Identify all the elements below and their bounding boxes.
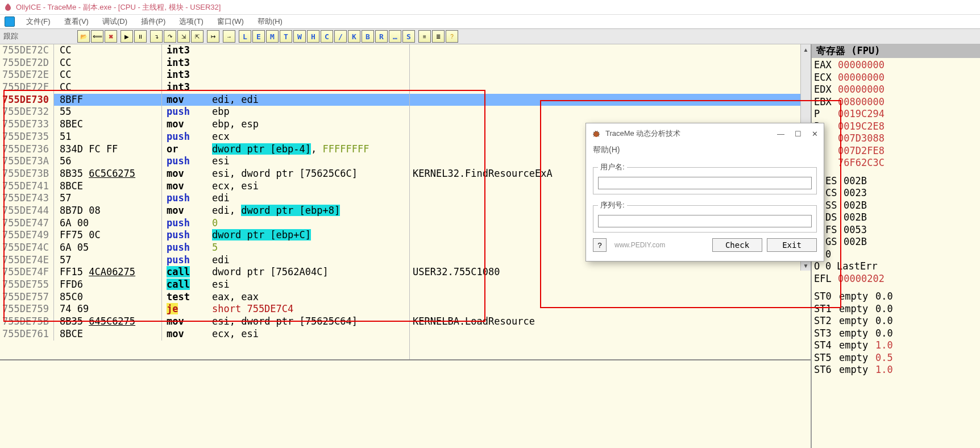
disasm-row[interactable]: 755DE7308BFFmovedi, edi	[0, 94, 811, 106]
restore-icon[interactable]	[5, 16, 15, 27]
tb-letter-/[interactable]: /	[334, 30, 347, 43]
run-button[interactable]: ▶	[121, 30, 133, 43]
maximize-icon[interactable]: ☐	[795, 130, 802, 138]
flag-row[interactable]: D0	[814, 248, 978, 261]
disasm-row[interactable]: 755DE75B8B35 645C6275movesi, dword ptr […	[0, 316, 811, 328]
dialog-titlebar[interactable]: TraceMe 动态分析技术 — ☐ ✕	[586, 123, 824, 144]
exec-till-return-button[interactable]: ↦	[207, 30, 219, 43]
register-row[interactable]: P0019C2E8	[814, 121, 978, 133]
segment-row[interactable]: 0DS002B	[814, 211, 978, 224]
settings1-button[interactable]: ≡	[418, 30, 431, 43]
tb-letter-S[interactable]: S	[402, 30, 415, 43]
fpu-row[interactable]: ST6empty1.0	[814, 364, 978, 376]
step-into-button[interactable]: ↴	[150, 30, 163, 43]
menu-help[interactable]: 帮助(H)	[252, 15, 288, 28]
menu-options[interactable]: 选项(T)	[173, 15, 209, 28]
disasm-row[interactable]: 755DE72CCCint3	[0, 44, 811, 57]
register-row[interactable]: EBX00800000	[814, 96, 978, 109]
register-row[interactable]: P0019C294	[814, 108, 978, 121]
comment-cell	[408, 106, 811, 118]
open-button[interactable]: 📂	[77, 30, 90, 43]
register-row[interactable]: EDX00000000	[814, 84, 978, 96]
bytes-cell: 6A 05	[54, 242, 162, 254]
menu-view[interactable]: 查看(V)	[59, 15, 94, 28]
bytes-cell: 51	[54, 131, 162, 143]
mnemonic-cell: mov	[162, 205, 212, 217]
operands-cell: ecx, esi	[212, 180, 408, 193]
register-row[interactable]: P76F62C3C	[814, 157, 978, 169]
disasm-row[interactable]: 755DE72ECCint3	[0, 69, 811, 81]
exit-button[interactable]: Exit	[767, 238, 817, 252]
addr-cell: 755DE744	[0, 205, 54, 217]
fpu-row[interactable]: ST4empty1.0	[814, 339, 978, 352]
tb-letter-…[interactable]: …	[389, 30, 401, 43]
menu-window[interactable]: 窗口(W)	[211, 15, 250, 28]
register-row[interactable]: ECX00000000	[814, 72, 978, 84]
tb-letter-R[interactable]: R	[375, 30, 388, 43]
dump-pane[interactable]	[0, 359, 811, 448]
scroll-down-icon[interactable]: ▼	[801, 260, 811, 271]
fpu-row[interactable]: ST3empty0.0	[814, 327, 978, 340]
segment-row[interactable]: 0ES002B	[814, 175, 978, 188]
tb-letter-K[interactable]: K	[348, 30, 360, 43]
tb-letter-E[interactable]: E	[252, 30, 265, 43]
scroll-up-icon[interactable]: ▲	[801, 44, 811, 55]
close-button[interactable]: ✖	[105, 30, 117, 43]
operands-cell: 5	[212, 242, 408, 254]
fpu-row[interactable]: ST0empty0.0	[814, 291, 978, 303]
mnemonic-cell: call	[162, 279, 212, 291]
disasm-row[interactable]: 755DE72FCCint3	[0, 81, 811, 94]
operands-cell: ebp	[212, 106, 408, 118]
segment-row[interactable]: 0FS0053	[814, 224, 978, 237]
pediy-link[interactable]: www.PEDIY.com	[614, 241, 665, 249]
help-button[interactable]: ?	[446, 30, 458, 43]
username-input[interactable]	[598, 177, 812, 189]
step-over-button[interactable]: ↷	[164, 30, 176, 43]
disasm-row[interactable]: 755DE72DCCint3	[0, 57, 811, 69]
tb-letter-M[interactable]: M	[266, 30, 279, 43]
fpu-row[interactable]: ST2empty0.0	[814, 315, 978, 327]
flag-row[interactable]: O0LastErr	[814, 260, 978, 273]
disasm-row[interactable]: 755DE755FFD6callesi	[0, 279, 811, 291]
goto-button[interactable]: →	[223, 30, 235, 43]
menu-file[interactable]: 文件(F)	[20, 15, 56, 28]
minimize-icon[interactable]: —	[777, 130, 784, 138]
tb-letter-B[interactable]: B	[362, 30, 374, 43]
disasm-row[interactable]: 755DE75974 69jeshort 755DE7C4	[0, 303, 811, 316]
registers-pane[interactable]: 寄存器 (FPU) EAX00000000ECX00000000EDX00000…	[812, 44, 980, 448]
trace-over-button[interactable]: ⇱	[191, 30, 204, 43]
segment-row[interactable]: 1CS0023	[814, 187, 978, 200]
tb-letter-H[interactable]: H	[307, 30, 319, 43]
segment-row[interactable]: 0SS002B	[814, 200, 978, 212]
serial-input[interactable]	[598, 215, 812, 227]
register-row[interactable]: I007D2FE8	[814, 145, 978, 157]
settings2-button[interactable]: ≣	[432, 30, 445, 43]
tb-letter-W[interactable]: W	[293, 30, 306, 43]
trace-into-button[interactable]: ⇲	[177, 30, 190, 43]
operands-cell: ecx	[212, 131, 408, 143]
close-icon[interactable]: ✕	[812, 130, 818, 138]
disasm-row[interactable]: 755DE7618BCEmovecx, esi	[0, 328, 811, 341]
efl-row[interactable]: EFL00000202	[814, 273, 978, 285]
menu-plugins[interactable]: 插件(P)	[135, 15, 171, 28]
tb-letter-L[interactable]: L	[239, 30, 251, 43]
register-row[interactable]: I007D3088	[814, 132, 978, 145]
check-button[interactable]: Check	[712, 238, 762, 252]
comment-cell	[408, 44, 811, 57]
pause-button[interactable]: ⏸	[134, 30, 147, 43]
comment-cell	[408, 81, 811, 94]
fpu-row[interactable]: ST1empty0.0	[814, 303, 978, 316]
segment-row[interactable]: 0GS002B	[814, 236, 978, 248]
tb-letter-T[interactable]: T	[280, 30, 292, 43]
about-button[interactable]: ?	[593, 238, 607, 252]
disasm-row[interactable]: 755DE75785C0testeax, eax	[0, 291, 811, 304]
fpu-row[interactable]: ST5empty0.5	[814, 352, 978, 364]
dialog-help-menu[interactable]: 帮助(H)	[586, 144, 824, 160]
disasm-row[interactable]: 755DE73255pushebp	[0, 106, 811, 118]
tb-letter-C[interactable]: C	[321, 30, 333, 43]
restart-button[interactable]: ⟸	[91, 30, 103, 43]
register-row[interactable]: EAX00000000	[814, 59, 978, 72]
operands-cell: short 755DE7C4	[212, 303, 408, 316]
menu-debug[interactable]: 调试(D)	[97, 15, 133, 28]
disasm-row[interactable]: 755DE74FFF15 4CA06275calldword ptr [7562…	[0, 266, 811, 279]
